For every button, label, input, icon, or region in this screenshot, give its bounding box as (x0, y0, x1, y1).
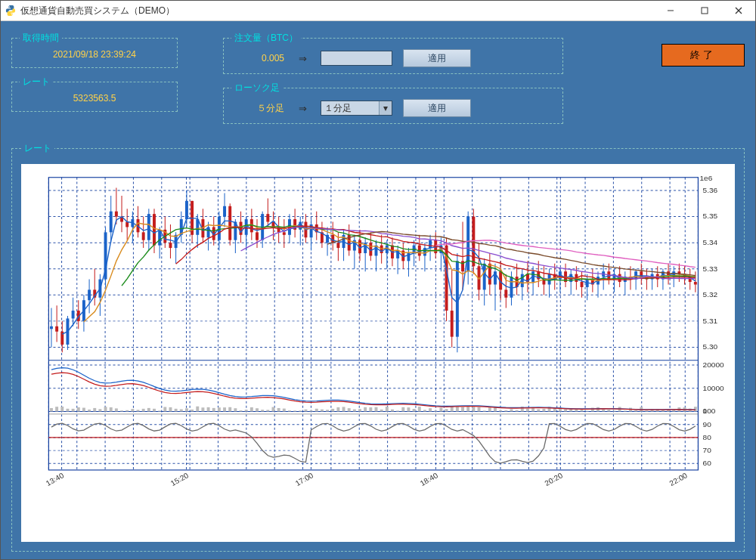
svg-rect-158 (266, 214, 269, 221)
svg-rect-410 (553, 408, 556, 411)
svg-text:5.34: 5.34 (703, 238, 718, 246)
svg-rect-238 (483, 264, 486, 290)
svg-rect-373 (353, 410, 356, 412)
svg-text:5.33: 5.33 (703, 265, 718, 273)
svg-rect-427 (645, 410, 648, 411)
svg-text:20:20: 20:20 (543, 471, 564, 487)
svg-text:90: 90 (703, 420, 712, 429)
svg-rect-144 (228, 206, 231, 240)
acquire-time-value: 2021/09/18 23:39:24 (20, 49, 169, 60)
app-window: 仮想通貨自動売買システム（DEMO） 取得時間 2021/09/18 23:39… (0, 0, 756, 560)
svg-text:70: 70 (703, 446, 712, 454)
svg-rect-359 (277, 408, 280, 412)
candle-apply-button[interactable]: 適用 (403, 99, 471, 117)
svg-point-1 (11, 14, 12, 14)
svg-rect-326 (98, 409, 101, 411)
chart-canvas: 13:4015:2017:0018:4020:2022:005.305.315.… (21, 164, 735, 542)
svg-rect-86 (72, 311, 75, 318)
svg-rect-226 (451, 311, 454, 337)
svg-rect-358 (272, 407, 275, 412)
maximize-button[interactable] (687, 1, 721, 20)
svg-rect-353 (245, 410, 248, 411)
svg-rect-343 (191, 410, 194, 412)
svg-rect-234 (472, 217, 475, 267)
svg-rect-274 (581, 282, 584, 287)
svg-rect-419 (602, 410, 605, 412)
svg-rect-386 (423, 410, 426, 411)
svg-rect-352 (240, 410, 243, 411)
svg-text:100: 100 (703, 407, 716, 416)
svg-rect-342 (185, 408, 188, 411)
svg-rect-401 (504, 410, 507, 411)
svg-rect-328 (110, 407, 113, 412)
svg-rect-370 (336, 407, 339, 412)
svg-rect-344 (196, 407, 199, 412)
rate-small-legend: レート (20, 76, 53, 88)
svg-text:18:40: 18:40 (419, 471, 440, 487)
svg-text:5.35: 5.35 (703, 212, 718, 221)
svg-rect-128 (185, 201, 188, 219)
svg-rect-80 (55, 326, 58, 332)
svg-rect-357 (266, 410, 269, 411)
svg-rect-403 (516, 410, 519, 412)
svg-rect-355 (256, 408, 259, 411)
svg-rect-391 (451, 407, 454, 412)
svg-rect-324 (88, 410, 91, 412)
svg-rect-340 (175, 409, 178, 412)
acquire-time-legend: 取得時間 (20, 32, 62, 45)
svg-rect-405 (526, 409, 529, 412)
svg-rect-393 (461, 407, 464, 412)
svg-rect-335 (147, 408, 150, 412)
exit-button[interactable]: 終了 (662, 44, 745, 67)
candle-select[interactable]: １分足 ▾ (321, 101, 392, 116)
svg-rect-367 (321, 410, 324, 412)
minimize-button[interactable] (653, 1, 687, 20)
svg-rect-408 (542, 409, 545, 412)
svg-rect-376 (369, 407, 372, 411)
svg-point-0 (9, 6, 10, 7)
svg-text:22:00: 22:00 (668, 471, 689, 487)
chart-group-legend: レート (21, 142, 54, 155)
svg-rect-368 (326, 410, 329, 411)
svg-rect-369 (331, 409, 334, 412)
svg-rect-397 (483, 410, 486, 411)
svg-rect-336 (153, 409, 156, 412)
candle-group: ローソク足 ５分足 ⇒ １分足 ▾ 適用 (223, 82, 563, 124)
order-amount-input[interactable] (321, 51, 392, 66)
svg-rect-164 (283, 232, 286, 234)
svg-rect-318 (55, 407, 58, 411)
svg-rect-354 (250, 407, 253, 412)
svg-rect-407 (537, 409, 540, 411)
svg-rect-378 (380, 410, 383, 412)
candle-legend: ローソク足 (231, 82, 283, 94)
svg-rect-363 (299, 410, 302, 411)
svg-rect-362 (293, 410, 296, 411)
svg-rect-338 (163, 407, 166, 411)
svg-rect-317 (50, 408, 53, 412)
acquire-time-group: 取得時間 2021/09/18 23:39:24 (11, 32, 178, 68)
svg-rect-106 (125, 222, 129, 227)
titlebar: 仮想通貨自動売買システム（DEMO） (1, 1, 755, 21)
svg-rect-387 (429, 408, 432, 411)
svg-rect-349 (223, 407, 226, 411)
svg-rect-390 (445, 409, 448, 411)
chevron-down-icon[interactable]: ▾ (379, 101, 392, 115)
rate-small-value: 5323563.5 (20, 93, 169, 104)
svg-rect-323 (82, 408, 85, 412)
svg-rect-384 (413, 409, 416, 411)
svg-rect-182 (331, 235, 334, 243)
svg-rect-385 (418, 407, 421, 411)
svg-rect-356 (261, 410, 264, 411)
svg-rect-6 (48, 178, 698, 470)
order-apply-button[interactable]: 適用 (403, 49, 471, 67)
candle-select-value: １分足 (321, 102, 379, 115)
svg-rect-330 (120, 410, 123, 411)
svg-rect-319 (60, 407, 64, 411)
svg-rect-399 (494, 407, 497, 412)
svg-rect-400 (499, 410, 502, 412)
svg-rect-334 (142, 409, 145, 412)
svg-rect-332 (131, 409, 134, 411)
svg-rect-232 (466, 217, 469, 272)
svg-rect-122 (169, 243, 172, 248)
close-button[interactable] (721, 1, 755, 20)
